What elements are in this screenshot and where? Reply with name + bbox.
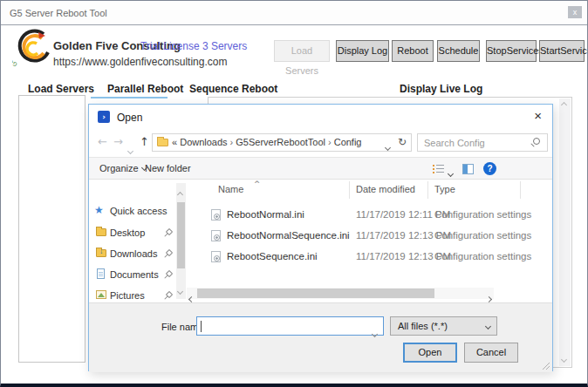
app-title: G5 Server Reboot Tool — [10, 8, 107, 18]
file-list-horizontal-scrollbar[interactable] — [187, 288, 494, 299]
back-icon[interactable]: ← — [98, 135, 107, 148]
view-options-chevron-icon[interactable] — [448, 167, 453, 178]
resize-grip[interactable] — [543, 363, 550, 370]
text-caret — [201, 321, 202, 332]
scroll-up-icon[interactable] — [562, 101, 566, 109]
address-dropdown-chevron-icon[interactable] — [386, 141, 390, 152]
dialog-footer: File name: All files (*.*) Open Cancel — [89, 302, 552, 372]
license-status: Trial License 3 Servers — [140, 40, 247, 52]
scroll-up-icon[interactable] — [178, 185, 182, 200]
scrollbar-thumb[interactable] — [197, 289, 434, 298]
app-window: G5 Server Reboot Tool x Golden Five Gold… — [0, 0, 588, 387]
places-sidebar: ★ Quick access Desktop Downloads Documen… — [92, 180, 176, 302]
dialog-navigation-bar: ← → ↑ « Downloads›G5ServerRebootTool›Con… — [89, 129, 552, 157]
refresh-icon[interactable]: ↻ — [398, 136, 407, 148]
window-close-button[interactable]: x — [568, 6, 582, 18]
dialog-content: ★ Quick access Desktop Downloads Documen… — [89, 180, 552, 302]
breadcrumb-item[interactable]: G5ServerRebootTool — [236, 137, 325, 147]
dialog-titlebar: › Open × — [89, 105, 552, 129]
sidebar-scrollbar[interactable] — [176, 183, 186, 299]
organize-button[interactable]: Organize — [99, 163, 147, 173]
pin-icon — [164, 250, 172, 258]
ini-file-icon — [211, 230, 221, 241]
column-header-type[interactable]: Type — [434, 184, 455, 194]
breadcrumb-separator: › — [228, 137, 236, 147]
stop-services-button[interactable]: StopServices — [486, 40, 537, 62]
dialog-app-icon: › — [98, 111, 110, 123]
log-vertical-scrollbar[interactable] — [559, 98, 571, 366]
address-bar[interactable]: « Downloads›G5ServerRebootTool›Config ↻ — [152, 133, 412, 152]
breadcrumb-item[interactable]: Downloads — [180, 137, 227, 147]
file-row[interactable]: RebootNormalSequence.ini 11/17/2019 12:1… — [187, 227, 550, 248]
help-icon[interactable]: ? — [483, 162, 496, 175]
document-icon — [97, 268, 105, 279]
scroll-down-icon[interactable] — [562, 356, 566, 363]
recent-locations-chevron-icon[interactable] — [128, 141, 133, 157]
breadcrumb-separator: › — [325, 137, 334, 147]
cancel-button[interactable]: Cancel — [464, 343, 518, 363]
preview-pane-icon[interactable] — [462, 164, 474, 174]
breadcrumb[interactable]: « Downloads›G5ServerRebootTool›Config — [172, 137, 361, 147]
active-tab-indicator — [91, 97, 168, 98]
star-icon: ★ — [94, 204, 104, 216]
file-list: ˆ Name Date modified Type RebootNormal.i… — [187, 180, 550, 302]
breadcrumb-item[interactable]: Config — [334, 137, 362, 147]
search-icon[interactable] — [533, 138, 540, 145]
dialog-title: Open — [117, 112, 142, 124]
folder-icon — [157, 139, 168, 146]
dialog-toolbar: Organize New folder ? — [89, 157, 552, 180]
pin-icon — [164, 229, 172, 237]
search-placeholder: Search Config — [424, 138, 485, 148]
search-input[interactable]: Search Config — [417, 133, 548, 152]
golden-five-logo: Golden Five — [12, 28, 52, 70]
chevron-down-icon — [485, 323, 491, 329]
reboot-button[interactable]: Reboot — [392, 40, 434, 62]
app-titlebar: G5 Server Reboot Tool x — [1, 1, 587, 25]
open-file-dialog: › Open × ← → ↑ « Downloads›G5ServerReboo… — [88, 104, 553, 371]
file-row[interactable]: RebootNormal.ini 11/17/2019 12:11 PM Con… — [187, 206, 550, 227]
view-list-icon[interactable] — [433, 164, 445, 174]
load-servers-button[interactable]: Load Servers — [274, 40, 330, 62]
up-icon[interactable]: ↑ — [140, 135, 149, 148]
server-listbox[interactable] — [18, 95, 85, 363]
pin-icon — [164, 292, 172, 300]
open-button[interactable]: Open — [403, 343, 457, 363]
folder-icon — [96, 228, 106, 236]
forward-icon[interactable]: → — [113, 135, 123, 148]
download-folder-icon — [96, 249, 106, 257]
tab-sequence-reboot[interactable]: Sequence Reboot — [189, 83, 277, 95]
scrollbar-thumb[interactable] — [177, 202, 185, 268]
display-log-button[interactable]: Display Log — [336, 40, 389, 62]
ini-file-icon — [211, 209, 221, 221]
ini-file-icon — [211, 251, 221, 262]
dialog-close-icon[interactable]: × — [534, 108, 542, 123]
sort-ascending-icon: ˆ — [255, 180, 259, 195]
scroll-down-icon[interactable] — [178, 282, 182, 297]
file-name-input[interactable] — [196, 316, 384, 336]
file-row[interactable]: RebootSequence.ini 11/17/2019 12:13 PM C… — [187, 248, 550, 268]
pin-icon — [164, 271, 172, 279]
tab-parallel-reboot[interactable]: Parallel Reboot — [107, 83, 183, 95]
breadcrumb-overflow[interactable]: « — [172, 137, 177, 147]
column-header-date-modified[interactable]: Date modified — [356, 184, 415, 194]
schedule-button[interactable]: Schedule — [437, 40, 480, 62]
brand-url[interactable]: https://www.goldenfiveconsulting.com — [53, 56, 227, 68]
file-name-dropdown-chevron-icon[interactable] — [373, 324, 377, 340]
column-header-name[interactable]: Name — [218, 184, 243, 194]
picture-icon — [96, 290, 106, 299]
start-services-button[interactable]: StartServices — [539, 40, 585, 62]
new-folder-button[interactable]: New folder — [145, 163, 191, 173]
file-type-select[interactable]: All files (*.*) — [390, 316, 497, 336]
section-label-load-servers: Load Servers — [28, 83, 94, 95]
svg-text:Golden Five: Golden Five — [12, 35, 17, 67]
section-label-display-live-log: Display Live Log — [400, 83, 482, 95]
